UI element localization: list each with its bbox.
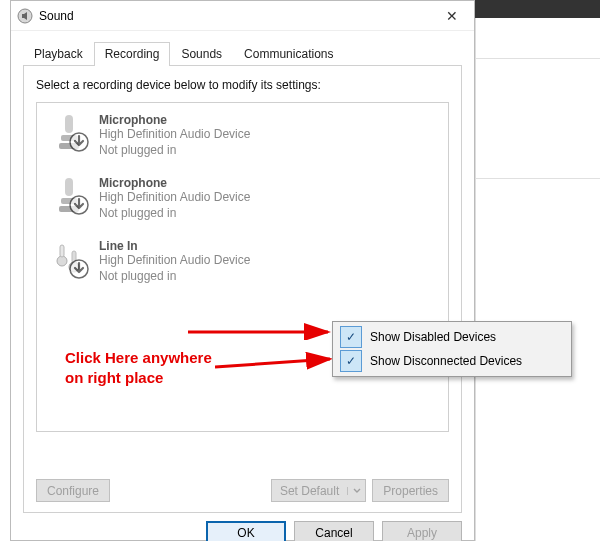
annotation-text: Click Here anywhere on right place — [65, 348, 212, 387]
close-button[interactable]: ✕ — [429, 1, 474, 31]
tab-recording[interactable]: Recording — [94, 42, 171, 66]
sound-icon — [17, 8, 33, 24]
annotation-line1: Click Here anywhere — [65, 348, 212, 368]
ctx-show-disconnected[interactable]: ✓ Show Disconnected Devices — [336, 349, 568, 373]
ctx-label: Show Disconnected Devices — [370, 354, 522, 368]
device-text: Microphone High Definition Audio Device … — [93, 113, 250, 158]
device-name: Microphone — [99, 113, 250, 127]
recording-panel: Select a recording device below to modif… — [23, 65, 462, 513]
context-menu: ✓ Show Disabled Devices ✓ Show Disconnec… — [332, 321, 572, 377]
sound-window: Sound ✕ Playback Recording Sounds Commun… — [10, 0, 475, 541]
check-icon: ✓ — [340, 326, 362, 348]
instruction-text: Select a recording device below to modif… — [36, 78, 449, 92]
configure-button[interactable]: Configure — [36, 479, 110, 502]
dialog-buttons: OK Cancel Apply — [11, 513, 474, 541]
annotation-line2: on right place — [65, 368, 212, 388]
device-item[interactable]: Microphone High Definition Audio Device … — [43, 107, 442, 170]
ctx-show-disabled[interactable]: ✓ Show Disabled Devices — [336, 325, 568, 349]
tab-communications[interactable]: Communications — [233, 42, 344, 66]
window-title: Sound — [39, 9, 74, 23]
tab-strip: Playback Recording Sounds Communications — [11, 31, 474, 65]
background-side-panel — [475, 18, 600, 541]
titlebar[interactable]: Sound ✕ — [11, 1, 474, 31]
svg-rect-5 — [65, 178, 73, 196]
device-text: Line In High Definition Audio Device Not… — [93, 239, 250, 284]
device-text: Microphone High Definition Audio Device … — [93, 176, 250, 221]
unplugged-badge-icon — [69, 259, 89, 279]
microphone-icon — [45, 176, 93, 221]
set-default-label: Set Default — [272, 484, 347, 498]
ctx-label: Show Disabled Devices — [370, 330, 496, 344]
microphone-icon — [45, 113, 93, 158]
device-desc: High Definition Audio Device — [99, 190, 250, 206]
device-item[interactable]: Line In High Definition Audio Device Not… — [43, 233, 442, 296]
set-default-button[interactable]: Set Default — [271, 479, 366, 502]
device-name: Line In — [99, 239, 250, 253]
close-icon: ✕ — [446, 8, 458, 24]
device-item[interactable]: Microphone High Definition Audio Device … — [43, 170, 442, 233]
cancel-button[interactable]: Cancel — [294, 521, 374, 541]
tab-sounds[interactable]: Sounds — [170, 42, 233, 66]
panel-button-row: Configure Set Default Properties — [36, 479, 449, 502]
device-status: Not plugged in — [99, 269, 250, 285]
device-status: Not plugged in — [99, 206, 250, 222]
svg-rect-10 — [60, 245, 64, 257]
line-in-icon — [45, 239, 93, 284]
device-desc: High Definition Audio Device — [99, 253, 250, 269]
properties-button[interactable]: Properties — [372, 479, 449, 502]
unplugged-badge-icon — [69, 132, 89, 152]
device-desc: High Definition Audio Device — [99, 127, 250, 143]
device-status: Not plugged in — [99, 143, 250, 159]
spacer — [116, 479, 265, 502]
ok-button[interactable]: OK — [206, 521, 286, 541]
check-icon: ✓ — [340, 350, 362, 372]
device-name: Microphone — [99, 176, 250, 190]
background-dark-strip — [475, 0, 600, 18]
tab-playback[interactable]: Playback — [23, 42, 94, 66]
chevron-down-icon[interactable] — [347, 487, 365, 495]
apply-button[interactable]: Apply — [382, 521, 462, 541]
svg-rect-1 — [65, 115, 73, 133]
device-list[interactable]: Microphone High Definition Audio Device … — [36, 102, 449, 432]
unplugged-badge-icon — [69, 195, 89, 215]
